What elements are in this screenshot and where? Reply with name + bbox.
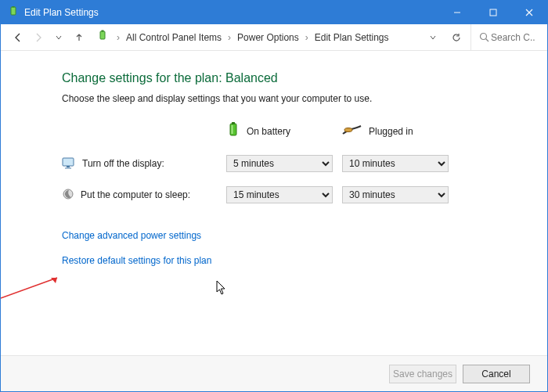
close-button[interactable]	[511, 1, 547, 24]
breadcrumb-item[interactable]: Edit Plan Settings	[313, 31, 391, 45]
forward-button[interactable]	[29, 28, 48, 47]
column-label: Plugged in	[369, 126, 413, 137]
links-section: Change advanced power settings Restore d…	[62, 230, 547, 266]
sleep-plugged-select[interactable]: 30 minutes	[342, 186, 449, 203]
address-dropdown[interactable]	[424, 28, 442, 47]
chevron-right-icon: ›	[225, 32, 234, 43]
app-icon	[5, 6, 21, 20]
page-heading: Change settings for the plan: Balanced	[62, 71, 547, 85]
search-input[interactable]	[489, 31, 536, 44]
column-label: On battery	[247, 126, 290, 137]
display-battery-select[interactable]: 5 minutes	[226, 155, 333, 172]
save-button[interactable]: Save changes	[389, 365, 456, 383]
window: Edit Plan Settings › All Control Panel I…	[0, 0, 548, 392]
annotation-arrow	[1, 276, 63, 300]
row-label-sleep: Put the computer to sleep:	[62, 188, 226, 203]
advanced-settings-link[interactable]: Change advanced power settings	[62, 230, 547, 241]
svg-line-9	[486, 39, 489, 42]
row-label-text: Put the computer to sleep:	[81, 189, 190, 200]
navbar: › All Control Panel Items › Power Option…	[1, 24, 547, 51]
plug-icon	[342, 124, 362, 138]
svg-rect-12	[232, 125, 233, 134]
refresh-button[interactable]	[447, 28, 466, 47]
row-label-text: Turn off the display:	[82, 158, 164, 169]
content-area: Change settings for the plan: Balanced C…	[1, 51, 547, 355]
column-header-battery: On battery	[226, 121, 336, 141]
page-subheading: Choose the sleep and display settings th…	[62, 93, 547, 104]
svg-marker-19	[51, 278, 57, 283]
cursor-icon	[216, 280, 229, 296]
search-icon	[479, 32, 489, 42]
svg-rect-7	[102, 31, 104, 32]
svg-rect-15	[67, 166, 70, 167]
svg-rect-0	[11, 7, 16, 15]
moon-icon	[62, 188, 74, 203]
breadcrumb-item[interactable]: All Control Panel Items	[124, 31, 223, 45]
svg-rect-3	[490, 9, 496, 16]
svg-rect-11	[232, 122, 235, 124]
breadcrumb-icon	[96, 30, 109, 45]
search-box[interactable]	[470, 24, 541, 51]
svg-rect-1	[13, 6, 15, 8]
maximize-button[interactable]	[475, 1, 511, 24]
sleep-battery-select[interactable]: 15 minutes	[226, 186, 333, 203]
titlebar: Edit Plan Settings	[1, 1, 547, 24]
chevron-right-icon: ›	[114, 32, 123, 43]
svg-rect-14	[63, 158, 74, 166]
window-title: Edit Plan Settings	[24, 7, 99, 18]
column-header-plugged: Plugged in	[342, 124, 452, 138]
settings-grid: On battery Plugged in Turn off the displ…	[62, 121, 547, 203]
breadcrumb-item[interactable]: Power Options	[236, 31, 301, 45]
svg-point-13	[344, 128, 352, 132]
back-button[interactable]	[9, 28, 27, 47]
cancel-button[interactable]: Cancel	[463, 365, 530, 383]
svg-point-8	[481, 34, 487, 40]
svg-line-18	[1, 278, 57, 298]
chevron-right-icon: ›	[302, 32, 312, 43]
row-label-display: Turn off the display:	[62, 156, 226, 171]
restore-defaults-link[interactable]: Restore default settings for this plan	[62, 255, 547, 266]
svg-rect-10	[230, 124, 236, 135]
minimize-button[interactable]	[439, 1, 475, 24]
footer: Save changes Cancel	[1, 355, 547, 391]
recent-dropdown[interactable]	[49, 28, 68, 47]
display-plugged-select[interactable]: 10 minutes	[342, 155, 449, 172]
up-button[interactable]	[70, 28, 88, 47]
monitor-icon	[62, 156, 76, 171]
svg-rect-6	[100, 31, 105, 39]
battery-icon	[226, 121, 240, 141]
